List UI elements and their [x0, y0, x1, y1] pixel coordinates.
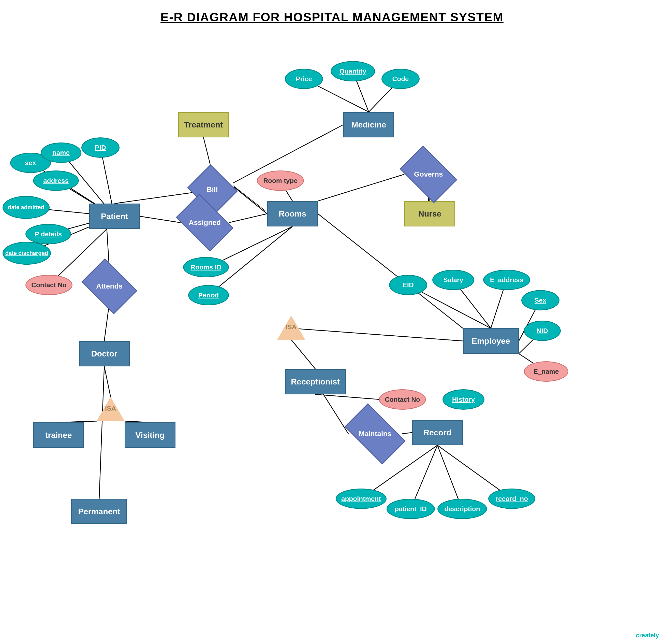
attribute-sex-label: sex — [25, 159, 36, 167]
svg-line-34 — [318, 214, 463, 328]
attribute-history-label: History — [452, 396, 475, 404]
relationship-assigned-label: Assigned — [189, 219, 221, 227]
attribute-date-admitted-label: date admitted — [8, 204, 44, 211]
entity-rooms: Rooms — [267, 201, 318, 226]
attribute-name: name — [41, 142, 81, 163]
svg-line-46 — [234, 187, 267, 214]
attribute-e-name: E_name — [524, 361, 568, 382]
relationship-governs-label: Governs — [414, 170, 443, 178]
attribute-rooms-id-label: Rooms ID — [190, 263, 221, 271]
svg-line-12 — [229, 214, 267, 223]
attribute-pid-label: PID — [95, 144, 106, 152]
relationship-maintains-label: Maintains — [358, 430, 391, 438]
svg-line-24 — [104, 366, 111, 397]
relationship-assigned: Assigned — [181, 206, 229, 239]
attribute-date-discharged-label: date discharged — [5, 250, 48, 257]
attribute-date-admitted: date admitted — [3, 196, 49, 219]
attribute-emp-sex-label: Sex — [535, 297, 546, 304]
relationship-bill-label: Bill — [207, 185, 218, 194]
attribute-pid: PID — [81, 137, 120, 158]
entity-employee-label: Employee — [472, 336, 510, 346]
attribute-code-label: Code — [392, 75, 409, 83]
attribute-price: Price — [285, 69, 323, 89]
svg-line-47 — [233, 185, 266, 211]
svg-line-27 — [99, 366, 104, 499]
attribute-description-label: description — [444, 505, 480, 513]
entity-nurse: Nurse — [404, 201, 455, 226]
attribute-description: description — [437, 499, 487, 519]
attribute-eid: EID — [389, 275, 427, 295]
svg-line-35 — [291, 328, 463, 341]
entity-treatment-label: Treatment — [184, 120, 223, 129]
attribute-address: address — [33, 170, 79, 191]
entity-treatment: Treatment — [178, 112, 229, 137]
attribute-e-address: E_address — [483, 270, 530, 290]
attribute-contact-no-patient-label: Contact No — [31, 281, 67, 289]
watermark: creately — [636, 632, 659, 639]
attribute-e-address-label: E_address — [490, 276, 524, 284]
attribute-quantity: Quantity — [331, 61, 375, 81]
attribute-appointment: appointment — [336, 488, 387, 509]
attribute-nid: NID — [524, 321, 561, 341]
attribute-eid-label: EID — [402, 281, 414, 289]
entity-doctor: Doctor — [79, 341, 130, 366]
attribute-address-label: address — [43, 177, 69, 185]
entity-visiting: Visiting — [125, 422, 175, 448]
isa-employee-triangle: ISA — [277, 316, 305, 340]
entity-medicine-label: Medicine — [351, 120, 386, 129]
attribute-salary: Salary — [432, 270, 474, 290]
isa-employee-label: ISA — [286, 323, 296, 331]
entity-record: Record — [412, 420, 463, 445]
entity-permanent: Permanent — [71, 499, 127, 524]
entity-visiting-label: Visiting — [136, 430, 165, 440]
attribute-contact-no-receptionist: Contact No — [379, 389, 426, 410]
entity-employee: Employee — [463, 328, 519, 354]
entity-nurse-label: Nurse — [418, 209, 441, 219]
relationship-attends: Attends — [86, 270, 132, 303]
entity-rooms-label: Rooms — [279, 209, 306, 219]
svg-line-41 — [402, 432, 412, 434]
entity-trainee-label: trainee — [45, 430, 72, 440]
attribute-contact-no-receptionist-label: Contact No — [385, 396, 420, 404]
attribute-date-discharged: date discharged — [3, 242, 51, 265]
attribute-p-details-label: P details — [35, 230, 62, 238]
attribute-e-name-label: E_name — [534, 368, 559, 376]
entity-permanent-label: Permanent — [78, 507, 120, 516]
attribute-price-label: Price — [296, 75, 312, 83]
attribute-history: History — [442, 389, 484, 410]
svg-line-36 — [291, 340, 315, 369]
attribute-period-label: Period — [199, 291, 219, 299]
attribute-room-type: Room type — [257, 170, 304, 191]
attribute-name-label: name — [53, 149, 70, 157]
isa-doctor-label: ISA — [105, 405, 116, 412]
entity-receptionist: Receptionist — [285, 369, 346, 395]
attribute-contact-no-patient: Contact No — [25, 275, 72, 295]
attribute-appointment-label: appointment — [341, 495, 381, 503]
attribute-nid-label: NID — [537, 327, 548, 335]
attribute-record-no-label: record_no — [496, 495, 528, 503]
attribute-code: Code — [381, 69, 420, 89]
attribute-record-no: record_no — [488, 488, 535, 509]
entity-receptionist-label: Receptionist — [291, 377, 340, 386]
svg-line-20 — [318, 174, 404, 201]
entity-doctor-label: Doctor — [91, 349, 117, 359]
attribute-room-type-label: Room type — [263, 177, 297, 185]
relationship-governs: Governs — [404, 158, 453, 191]
page-title: E-R DIAGRAM FOR HOSPITAL MANAGEMENT SYST… — [0, 0, 664, 24]
attribute-p-details: P details — [25, 224, 71, 244]
relationship-attends-label: Attends — [96, 282, 123, 290]
attribute-patient-id: patient_ID — [387, 499, 435, 519]
attribute-period: Period — [188, 285, 229, 305]
svg-line-11 — [140, 216, 181, 223]
entity-patient-label: Patient — [101, 212, 128, 221]
isa-doctor-triangle: ISA — [97, 397, 125, 421]
attribute-rooms-id: Rooms ID — [183, 257, 229, 277]
entity-record-label: Record — [423, 428, 451, 437]
entity-medicine: Medicine — [343, 112, 394, 137]
attribute-emp-sex: Sex — [521, 290, 559, 310]
entity-trainee: trainee — [33, 422, 84, 448]
relationship-maintains: Maintains — [348, 417, 402, 450]
entity-patient: Patient — [89, 204, 140, 229]
attribute-salary-label: Salary — [443, 276, 463, 284]
attribute-patient-id-label: patient_ID — [395, 505, 427, 513]
